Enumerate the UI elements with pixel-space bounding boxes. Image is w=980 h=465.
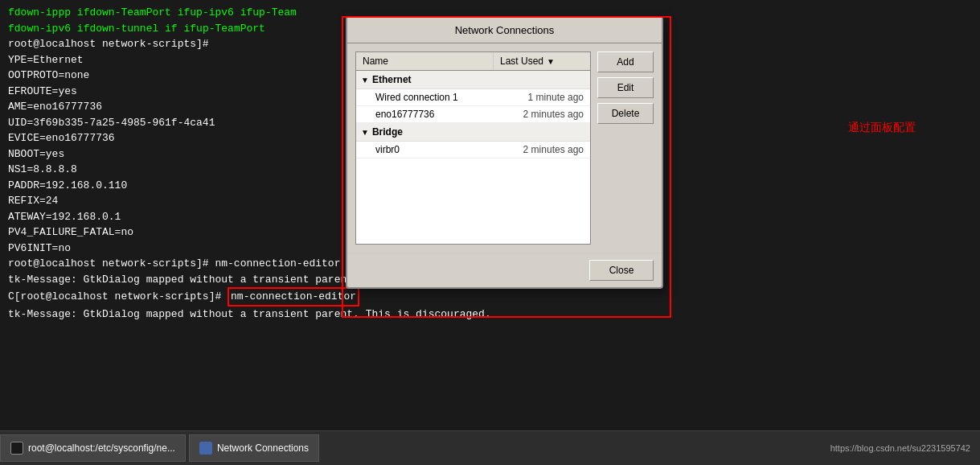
column-name-header: Name — [356, 52, 494, 70]
connection-row-virbr0[interactable]: virbr0 2 minutes ago — [356, 142, 590, 158]
taskbar: root@localhost:/etc/sysconfig/ne... Netw… — [0, 430, 980, 465]
edit-button[interactable]: Edit — [597, 77, 654, 98]
taskbar-item-network[interactable]: Network Connections — [189, 434, 319, 462]
chinese-annotation: 通过面板配置 — [848, 121, 916, 135]
table-header: Name Last Used ▼ — [356, 52, 590, 71]
dialog-content: Name Last Used ▼ ▼ Ethernet Wired connec… — [347, 43, 662, 253]
dialog-title: Network Connections — [347, 18, 662, 43]
close-button[interactable]: Close — [589, 260, 654, 281]
ethernet-group-header[interactable]: ▼ Ethernet — [356, 71, 590, 89]
connection-row-wired[interactable]: Wired connection 1 1 minute ago — [356, 89, 590, 106]
delete-button[interactable]: Delete — [597, 103, 654, 124]
dialog-footer: Close — [347, 253, 662, 287]
terminal-taskbar-icon — [10, 442, 23, 455]
terminal-line: tk-Message: GtkDialog mapped without a t… — [8, 307, 972, 323]
bridge-group-header[interactable]: ▼ Bridge — [356, 123, 590, 142]
taskbar-item-terminal[interactable]: root@localhost:/etc/sysconfig/ne... — [0, 434, 186, 462]
taskbar-terminal-label: root@localhost:/etc/sysconfig/ne... — [28, 442, 175, 454]
sort-arrow-icon[interactable]: ▼ — [547, 57, 555, 66]
network-connections-dialog: Network Connections Name Last Used ▼ ▼ E… — [346, 16, 663, 289]
terminal-line: C[root@localhost network-scripts]# nm-co… — [8, 287, 972, 307]
network-taskbar-icon — [199, 442, 212, 455]
column-last-used-header: Last Used ▼ — [494, 52, 590, 70]
ethernet-expand-icon: ▼ — [361, 76, 369, 84]
bridge-expand-icon: ▼ — [361, 128, 369, 137]
connections-table: Name Last Used ▼ ▼ Ethernet Wired connec… — [355, 51, 591, 245]
add-button[interactable]: Add — [597, 51, 654, 72]
taskbar-url: https://blog.csdn.net/su2231595742 — [830, 443, 980, 453]
action-buttons: Add Edit Delete — [597, 51, 654, 245]
taskbar-network-label: Network Connections — [217, 442, 309, 454]
connection-row-eno16777736[interactable]: eno16777736 2 minutes ago — [356, 106, 590, 123]
